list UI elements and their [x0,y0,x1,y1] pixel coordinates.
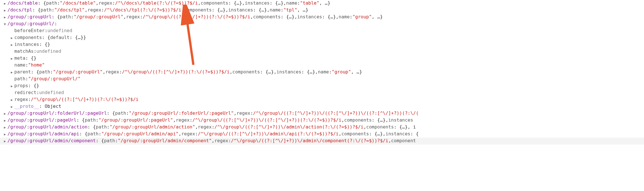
value-segment: name [339,14,350,20]
value-segment: /^\/group\/((?:[^\/]+?))\/admin\/api(?:\… [198,131,339,137]
value-segment: : {…}, [253,7,270,13]
value-segment: , [85,7,88,13]
value-segment: undefined [36,48,61,54]
value-segment: : [25,62,28,68]
property-key: redirect [14,89,36,96]
property-key: /group/:groupUrl/:folderUrl/:pageUrl [7,110,107,116]
value-segment: path [104,138,115,144]
tree-row[interactable]: ▶/group/:groupUrl/admin/action: {path: "… [0,124,644,131]
tree-row[interactable]: ▶matchAs: undefined [0,48,644,55]
value-segment: , [234,110,237,116]
value-segment: , [96,0,99,6]
tree-row[interactable]: ▶props: {} [0,83,644,89]
value-segment: regex [87,7,101,13]
value-segment: path [87,131,99,137]
disclosure-triangle-closed-icon[interactable]: ▶ [10,56,14,62]
value-segment: /^\/group\/((?:[^\/]+?))\/admin\/action(… [215,124,364,130]
value-segment: regex [237,110,250,116]
disclosure-triangle-closed-icon[interactable]: ▶ [3,118,7,124]
value-segment: : {} [28,83,39,89]
value-segment: : [228,138,231,144]
value-segment: : [25,76,28,82]
value-segment: "/group/:groupUrl/:folderUrl/:pageUrl" [129,110,234,116]
value-segment: , [339,131,341,137]
value-segment: regex [176,117,190,123]
value-segment: : [281,7,284,13]
tree-row[interactable]: ▶parent: {path: "/group/:groupUrl", rege… [0,69,644,76]
tree-row[interactable]: ▶beforeEnter: undefined [0,28,644,34]
property-key: __proto__ [14,103,39,110]
value-segment: : [140,14,143,20]
disclosure-triangle-closed-icon[interactable]: ▶ [3,1,7,7]
tree-row[interactable]: ▶redirect: undefined [0,89,644,96]
value-segment: "/docs/table" [60,0,96,6]
tree-row[interactable]: ▶/docs/tpl: {path: "/docs/tpl", regex: /… [0,7,644,14]
disclosure-triangle-closed-icon[interactable]: ▶ [3,14,7,21]
value-segment: components [341,131,369,137]
disclosure-triangle-closed-icon[interactable]: ▶ [10,83,14,89]
value-segment: : {…}} [70,34,86,41]
value-segment: : {…}, [322,14,339,20]
tree-row[interactable]: ▶components: {default: {…}} [0,34,644,41]
value-segment: components [344,117,372,123]
tree-row[interactable]: ▶/group/:groupUrl: {path: "/group/:group… [0,14,644,21]
property-key: meta [14,55,25,61]
value-segment: "/group/:groupUrl/admin/action" [109,124,195,130]
tree-row[interactable]: ▶path: "/group/:groupUrl/" [0,76,644,83]
value-segment: instances [386,131,411,137]
disclosure-triangle-open-icon[interactable]: ▼ [3,21,7,28]
disclosure-triangle-closed-icon[interactable]: ▶ [3,124,7,131]
value-segment: path [60,14,71,20]
value-segment: "/group/:groupUrl/admin/component" [118,138,212,144]
value-segment: default [50,34,69,41]
disclosure-triangle-closed-icon[interactable]: ▶ [3,131,7,138]
value-segment: : [96,117,99,123]
value-segment: : [250,110,253,116]
value-segment: regex [99,0,112,6]
property-key: /group/:groupUrl/:pageUrl [7,117,76,123]
tree-row[interactable]: ▶regex: /^\/group\/((?:[^\/]+?))(?:\/(?=… [0,96,644,103]
disclosure-triangle-closed-icon[interactable]: ▶ [10,97,14,103]
tree-row[interactable]: ▶name: "home" [0,62,644,69]
value-segment: undefined [39,89,64,96]
value-segment: , [103,69,105,75]
value-segment: : { [42,34,50,41]
disclosure-triangle-closed-icon[interactable]: ▶ [3,111,7,117]
disclosure-triangle-closed-icon[interactable]: ▶ [3,7,7,14]
value-segment: : [57,0,60,6]
tree-row[interactable]: ▶/group/:groupUrl/:folderUrl/:pageUrl: {… [0,110,644,117]
value-segment: /^\/group\/((?:[^\/]+?))\/((?:[^\/]+?))\… [253,110,419,116]
tree-row[interactable]: ▶meta: {} [0,55,644,62]
tree-row[interactable]: ▶/docs/table: {path: "/docs/table", rege… [0,0,644,7]
property-key: name [14,62,25,68]
value-segment: /^\/group\/((?:[^\/]+?))(?:\/(?=$))?$/i [122,69,230,75]
value-segment: : [45,28,48,34]
tree-row[interactable]: ▶/group/:groupUrl/admin/component: {path… [0,138,644,145]
tree-row[interactable]: ▼/group/:groupUrl/: [0,21,644,28]
value-segment: , [181,7,184,13]
value-segment: : {…}, [260,69,276,75]
value-segment: "/group/:groupUrl/:pageUrl" [99,117,173,123]
value-segment: : [36,89,39,96]
tree-row[interactable]: ▶instances: {} [0,41,644,48]
value-segment: "/group/:groupUrl" [53,69,103,75]
disclosure-triangle-closed-icon[interactable]: ▶ [10,104,14,110]
disclosure-triangle-closed-icon[interactable]: ▶ [10,42,14,48]
tree-row[interactable]: ▶__proto__: Object [0,103,644,110]
disclosure-triangle-closed-icon[interactable]: ▶ [10,35,14,41]
disclosure-triangle-closed-icon[interactable]: ▶ [10,69,14,76]
tree-row[interactable]: ▶/group/:groupUrl/:pageUrl: {path: "/gro… [0,117,644,124]
value-segment: : [119,69,122,75]
disclosure-triangle-closed-icon[interactable]: ▶ [3,138,7,145]
value-segment: /^\/docs\/table(?:\/(?=$))?$/i [115,0,198,6]
value-segment: path [39,69,50,75]
value-segment: : [28,96,31,103]
property-key: parent [14,69,31,75]
value-segment: components [232,69,260,75]
value-segment: "group" [352,14,372,20]
value-segment: /^\/group\/((?:[^\/]+?))(?:\/(?=$))?$/i [31,96,139,103]
value-segment: : {…}, [281,14,297,20]
value-segment: , [178,131,181,137]
value-segment: component [391,138,416,144]
tree-row[interactable]: ▶/group/:groupUrl/admin/api: {path: "/gr… [0,131,644,138]
